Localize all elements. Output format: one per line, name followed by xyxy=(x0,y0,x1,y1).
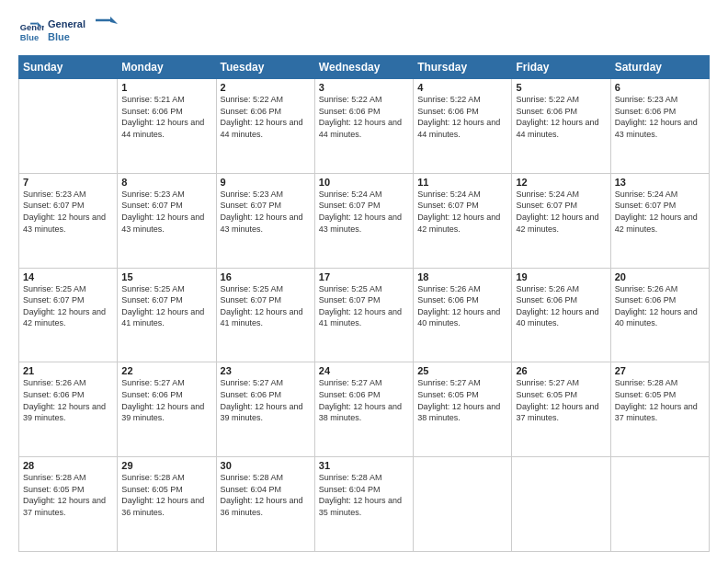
day-info: Sunrise: 5:28 AMSunset: 6:05 PMDaylight:… xyxy=(615,377,705,423)
calendar-day-cell: 14Sunrise: 5:25 AMSunset: 6:07 PMDayligh… xyxy=(19,268,118,362)
calendar-day-cell: 29Sunrise: 5:28 AMSunset: 6:05 PMDayligh… xyxy=(118,457,216,552)
calendar-day-cell xyxy=(19,79,118,174)
calendar-day-cell: 24Sunrise: 5:27 AMSunset: 6:06 PMDayligh… xyxy=(314,362,413,457)
calendar-header-row: SundayMondayTuesdayWednesdayThursdayFrid… xyxy=(19,56,710,79)
day-number: 9 xyxy=(221,177,311,188)
calendar-day-header: Sunday xyxy=(19,56,118,79)
calendar-day-cell: 13Sunrise: 5:24 AMSunset: 6:07 PMDayligh… xyxy=(610,173,709,268)
header: General Blue General Blue xyxy=(18,15,710,48)
calendar-week-row: 1Sunrise: 5:21 AMSunset: 6:06 PMDaylight… xyxy=(19,79,710,174)
day-info: Sunrise: 5:25 AMSunset: 6:07 PMDaylight:… xyxy=(121,283,211,329)
day-number: 30 xyxy=(221,460,311,471)
calendar-week-row: 21Sunrise: 5:26 AMSunset: 6:06 PMDayligh… xyxy=(19,362,710,457)
calendar-day-cell xyxy=(414,457,512,552)
calendar-day-cell: 11Sunrise: 5:24 AMSunset: 6:07 PMDayligh… xyxy=(414,173,512,268)
calendar-table: SundayMondayTuesdayWednesdayThursdayFrid… xyxy=(18,55,710,552)
day-info: Sunrise: 5:22 AMSunset: 6:06 PMDaylight:… xyxy=(417,94,507,140)
day-info: Sunrise: 5:22 AMSunset: 6:06 PMDaylight:… xyxy=(221,94,311,140)
day-number: 3 xyxy=(319,82,409,93)
calendar-day-cell: 3Sunrise: 5:22 AMSunset: 6:06 PMDaylight… xyxy=(314,79,413,174)
calendar-day-cell: 8Sunrise: 5:23 AMSunset: 6:07 PMDaylight… xyxy=(118,173,216,268)
calendar-day-cell xyxy=(610,457,709,552)
calendar-day-cell xyxy=(512,457,610,552)
calendar-day-header: Saturday xyxy=(610,56,709,79)
day-info: Sunrise: 5:23 AMSunset: 6:07 PMDaylight:… xyxy=(221,189,311,235)
svg-marker-6 xyxy=(110,17,118,24)
day-info: Sunrise: 5:27 AMSunset: 6:06 PMDaylight:… xyxy=(121,377,211,423)
calendar-day-cell: 18Sunrise: 5:26 AMSunset: 6:06 PMDayligh… xyxy=(414,268,512,362)
day-number: 10 xyxy=(319,177,409,188)
day-info: Sunrise: 5:28 AMSunset: 6:05 PMDaylight:… xyxy=(23,472,113,518)
calendar-day-cell: 9Sunrise: 5:23 AMSunset: 6:07 PMDaylight… xyxy=(216,173,314,268)
day-number: 6 xyxy=(615,82,705,93)
calendar-day-cell: 10Sunrise: 5:24 AMSunset: 6:07 PMDayligh… xyxy=(314,173,413,268)
calendar-day-cell: 31Sunrise: 5:28 AMSunset: 6:04 PMDayligh… xyxy=(314,457,413,552)
day-number: 16 xyxy=(221,271,311,282)
calendar-day-cell: 12Sunrise: 5:24 AMSunset: 6:07 PMDayligh… xyxy=(512,173,610,268)
calendar-day-cell: 22Sunrise: 5:27 AMSunset: 6:06 PMDayligh… xyxy=(118,362,216,457)
day-number: 15 xyxy=(121,271,211,282)
calendar-day-cell: 17Sunrise: 5:25 AMSunset: 6:07 PMDayligh… xyxy=(314,268,413,362)
day-info: Sunrise: 5:27 AMSunset: 6:05 PMDaylight:… xyxy=(417,377,507,423)
day-info: Sunrise: 5:24 AMSunset: 6:07 PMDaylight:… xyxy=(417,189,507,235)
day-info: Sunrise: 5:24 AMSunset: 6:07 PMDaylight:… xyxy=(319,189,409,235)
day-info: Sunrise: 5:27 AMSunset: 6:06 PMDaylight:… xyxy=(221,377,311,423)
day-number: 12 xyxy=(516,177,606,188)
day-info: Sunrise: 5:26 AMSunset: 6:06 PMDaylight:… xyxy=(417,283,507,329)
calendar-day-cell: 27Sunrise: 5:28 AMSunset: 6:05 PMDayligh… xyxy=(610,362,709,457)
logo-graphic: General Blue xyxy=(48,15,121,48)
calendar-day-cell: 30Sunrise: 5:28 AMSunset: 6:04 PMDayligh… xyxy=(216,457,314,552)
day-info: Sunrise: 5:22 AMSunset: 6:06 PMDaylight:… xyxy=(516,94,606,140)
calendar-day-header: Tuesday xyxy=(216,56,314,79)
logo-icon: General Blue xyxy=(18,18,44,44)
calendar-day-cell: 5Sunrise: 5:22 AMSunset: 6:06 PMDaylight… xyxy=(512,79,610,174)
calendar-day-cell: 16Sunrise: 5:25 AMSunset: 6:07 PMDayligh… xyxy=(216,268,314,362)
day-number: 19 xyxy=(516,271,606,282)
day-number: 31 xyxy=(319,460,409,471)
calendar-week-row: 7Sunrise: 5:23 AMSunset: 6:07 PMDaylight… xyxy=(19,173,710,268)
day-number: 25 xyxy=(417,365,507,376)
day-info: Sunrise: 5:22 AMSunset: 6:06 PMDaylight:… xyxy=(319,94,409,140)
day-info: Sunrise: 5:26 AMSunset: 6:06 PMDaylight:… xyxy=(516,283,606,329)
calendar-day-cell: 15Sunrise: 5:25 AMSunset: 6:07 PMDayligh… xyxy=(118,268,216,362)
day-info: Sunrise: 5:21 AMSunset: 6:06 PMDaylight:… xyxy=(121,94,211,140)
day-number: 1 xyxy=(121,82,211,93)
calendar-day-cell: 6Sunrise: 5:23 AMSunset: 6:06 PMDaylight… xyxy=(610,79,709,174)
calendar-week-row: 14Sunrise: 5:25 AMSunset: 6:07 PMDayligh… xyxy=(19,268,710,362)
day-info: Sunrise: 5:26 AMSunset: 6:06 PMDaylight:… xyxy=(615,283,705,329)
calendar-day-cell: 2Sunrise: 5:22 AMSunset: 6:06 PMDaylight… xyxy=(216,79,314,174)
svg-text:General: General xyxy=(48,18,85,29)
calendar-day-cell: 21Sunrise: 5:26 AMSunset: 6:06 PMDayligh… xyxy=(19,362,118,457)
day-info: Sunrise: 5:25 AMSunset: 6:07 PMDaylight:… xyxy=(221,283,311,329)
calendar-day-cell: 23Sunrise: 5:27 AMSunset: 6:06 PMDayligh… xyxy=(216,362,314,457)
day-number: 26 xyxy=(516,365,606,376)
day-info: Sunrise: 5:23 AMSunset: 6:06 PMDaylight:… xyxy=(615,94,705,140)
calendar-day-header: Thursday xyxy=(414,56,512,79)
day-number: 21 xyxy=(23,365,113,376)
day-number: 20 xyxy=(615,271,705,282)
day-number: 7 xyxy=(23,177,113,188)
day-number: 5 xyxy=(516,82,606,93)
calendar-day-cell: 4Sunrise: 5:22 AMSunset: 6:06 PMDaylight… xyxy=(414,79,512,174)
calendar-week-row: 28Sunrise: 5:28 AMSunset: 6:05 PMDayligh… xyxy=(19,457,710,552)
day-info: Sunrise: 5:23 AMSunset: 6:07 PMDaylight:… xyxy=(121,189,211,235)
day-number: 27 xyxy=(615,365,705,376)
day-info: Sunrise: 5:24 AMSunset: 6:07 PMDaylight:… xyxy=(516,189,606,235)
svg-text:Blue: Blue xyxy=(48,31,70,42)
calendar-day-cell: 7Sunrise: 5:23 AMSunset: 6:07 PMDaylight… xyxy=(19,173,118,268)
day-number: 24 xyxy=(319,365,409,376)
day-info: Sunrise: 5:28 AMSunset: 6:04 PMDaylight:… xyxy=(319,472,409,518)
day-info: Sunrise: 5:24 AMSunset: 6:07 PMDaylight:… xyxy=(615,189,705,235)
day-number: 17 xyxy=(319,271,409,282)
day-number: 4 xyxy=(417,82,507,93)
day-number: 13 xyxy=(615,177,705,188)
day-info: Sunrise: 5:25 AMSunset: 6:07 PMDaylight:… xyxy=(319,283,409,329)
day-number: 2 xyxy=(221,82,311,93)
logo: General Blue General Blue xyxy=(18,15,121,48)
svg-text:General: General xyxy=(20,23,44,32)
calendar-day-cell: 19Sunrise: 5:26 AMSunset: 6:06 PMDayligh… xyxy=(512,268,610,362)
day-info: Sunrise: 5:28 AMSunset: 6:05 PMDaylight:… xyxy=(121,472,211,518)
day-number: 14 xyxy=(23,271,113,282)
calendar-day-cell: 25Sunrise: 5:27 AMSunset: 6:05 PMDayligh… xyxy=(414,362,512,457)
day-number: 22 xyxy=(121,365,211,376)
